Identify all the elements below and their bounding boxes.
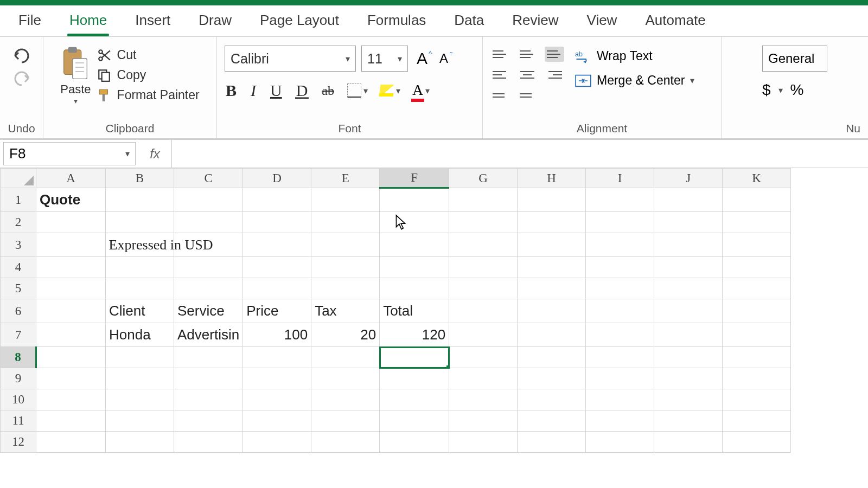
row-header-5[interactable]: 5: [1, 278, 36, 299]
cell-A1[interactable]: Quote: [36, 188, 106, 212]
cell-I9[interactable]: [586, 368, 654, 389]
cell-B7[interactable]: Honda: [106, 323, 174, 347]
fill-color-button[interactable]: ▾: [380, 85, 400, 97]
cell-A4[interactable]: [36, 257, 106, 278]
cell-F1[interactable]: [380, 188, 449, 212]
cell-C10[interactable]: [174, 389, 243, 410]
increase-indent-button[interactable]: [518, 88, 537, 103]
cell-A3[interactable]: [36, 233, 106, 257]
cell-A5[interactable]: [36, 278, 106, 299]
cell-D5[interactable]: [243, 278, 311, 299]
cell-E10[interactable]: [311, 389, 380, 410]
borders-button[interactable]: ▾: [347, 84, 368, 98]
tab-automate[interactable]: Automate: [643, 7, 707, 36]
cell-K1[interactable]: [723, 188, 791, 212]
tab-data[interactable]: Data: [452, 7, 486, 36]
tab-review[interactable]: Review: [510, 7, 560, 36]
cell-H11[interactable]: [518, 410, 586, 432]
cell-I10[interactable]: [586, 389, 654, 410]
cell-J10[interactable]: [654, 389, 723, 410]
cell-F6[interactable]: Total: [380, 299, 449, 323]
decrease-font-button[interactable]: Aˇ: [436, 51, 451, 66]
cell-B6[interactable]: Client: [106, 299, 174, 323]
cell-K3[interactable]: [723, 233, 791, 257]
cell-B9[interactable]: [106, 368, 174, 389]
row-header-7[interactable]: 7: [1, 323, 36, 347]
cell-F12[interactable]: [380, 432, 449, 453]
cell-C7[interactable]: Advertisin: [174, 323, 243, 347]
col-header-E[interactable]: E: [311, 169, 380, 188]
cell-G3[interactable]: [449, 233, 518, 257]
align-bottom-button[interactable]: [545, 47, 564, 62]
cell-A11[interactable]: [36, 410, 106, 432]
cell-I3[interactable]: [586, 233, 654, 257]
cell-F8[interactable]: [380, 347, 449, 368]
cell-H8[interactable]: [518, 347, 586, 368]
cell-E9[interactable]: [311, 368, 380, 389]
cell-D1[interactable]: [243, 188, 311, 212]
cell-E4[interactable]: [311, 257, 380, 278]
cell-B10[interactable]: [106, 389, 174, 410]
cell-C12[interactable]: [174, 432, 243, 453]
wrap-text-button[interactable]: ab Wrap Text: [575, 49, 694, 63]
cell-D3[interactable]: [243, 233, 311, 257]
strikethrough-button[interactable]: ab: [321, 84, 335, 98]
cell-E12[interactable]: [311, 432, 380, 453]
cell-H4[interactable]: [518, 257, 586, 278]
number-format-select[interactable]: General: [762, 46, 827, 72]
tab-formulas[interactable]: Formulas: [365, 7, 428, 36]
cell-E11[interactable]: [311, 410, 380, 432]
col-header-F[interactable]: F: [380, 169, 449, 188]
row-header-2[interactable]: 2: [1, 212, 36, 233]
paste-dropdown[interactable]: ▾: [74, 97, 78, 105]
cell-F2[interactable]: [380, 212, 449, 233]
cell-B8[interactable]: [106, 347, 174, 368]
italic-button[interactable]: I: [250, 81, 257, 100]
cell-G9[interactable]: [449, 368, 518, 389]
cell-I11[interactable]: [586, 410, 654, 432]
row-header-12[interactable]: 12: [1, 432, 36, 453]
cell-D2[interactable]: [243, 212, 311, 233]
row-header-10[interactable]: 10: [1, 389, 36, 410]
cell-I1[interactable]: [586, 188, 654, 212]
select-all-corner[interactable]: [1, 169, 36, 188]
cell-G10[interactable]: [449, 389, 518, 410]
align-right-button[interactable]: [545, 67, 564, 82]
cell-B5[interactable]: [106, 278, 174, 299]
row-header-1[interactable]: 1: [1, 188, 36, 212]
cell-B12[interactable]: [106, 432, 174, 453]
cell-J1[interactable]: [654, 188, 723, 212]
cell-H7[interactable]: [518, 323, 586, 347]
cell-A9[interactable]: [36, 368, 106, 389]
col-header-I[interactable]: I: [586, 169, 654, 188]
chevron-down-icon[interactable]: ▾: [778, 85, 783, 95]
cell-E7[interactable]: 20: [311, 323, 380, 347]
cell-C9[interactable]: [174, 368, 243, 389]
copy-button[interactable]: Copy: [97, 68, 200, 82]
cell-H10[interactable]: [518, 389, 586, 410]
cell-H3[interactable]: [518, 233, 586, 257]
decrease-indent-button[interactable]: [490, 88, 510, 103]
bold-button[interactable]: B: [225, 81, 238, 100]
name-box[interactable]: F8 ▾: [3, 142, 136, 165]
cell-A2[interactable]: [36, 212, 106, 233]
cell-G2[interactable]: [449, 212, 518, 233]
cell-D12[interactable]: [243, 432, 311, 453]
col-header-K[interactable]: K: [723, 169, 791, 188]
font-name-select[interactable]: Calibri▾: [225, 46, 356, 72]
tab-home[interactable]: Home: [67, 7, 109, 36]
cell-C2[interactable]: [174, 212, 243, 233]
cell-B2[interactable]: [106, 212, 174, 233]
row-header-8[interactable]: 8: [1, 347, 36, 368]
cell-D10[interactable]: [243, 389, 311, 410]
cell-J9[interactable]: [654, 368, 723, 389]
merge-center-button[interactable]: Merge & Center ▾: [575, 73, 694, 88]
col-header-H[interactable]: H: [518, 169, 586, 188]
paste-button[interactable]: Paste ▾: [60, 43, 91, 105]
row-header-6[interactable]: 6: [1, 299, 36, 323]
cell-I12[interactable]: [586, 432, 654, 453]
cell-B1[interactable]: [106, 188, 174, 212]
cell-K7[interactable]: [723, 323, 791, 347]
currency-button[interactable]: $: [762, 81, 771, 99]
cell-G12[interactable]: [449, 432, 518, 453]
